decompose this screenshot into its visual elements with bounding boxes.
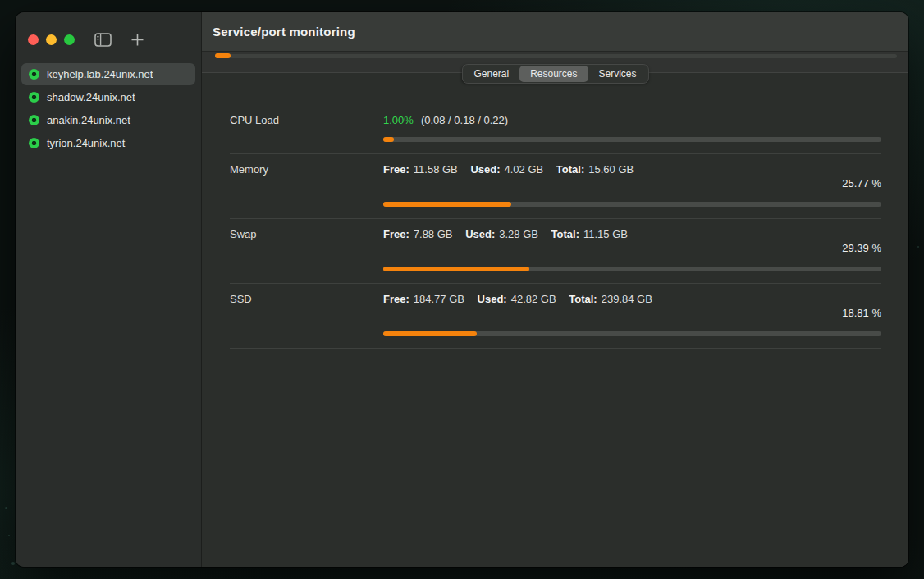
used-key: Used: [465,228,495,240]
ssd-percent: 18.81 % [383,307,881,320]
free-key: Free: [383,293,409,305]
total-key: Total: [551,228,579,240]
progress-fill [383,202,511,207]
minimize-button[interactable] [46,34,57,45]
free-value: 184.77 GB [414,293,464,305]
sidebar-item-anakin[interactable]: anakin.24unix.net [21,109,195,131]
main-panel: Service/port monitoring General Resource… [202,12,908,567]
resource-row-memory: Memory Free:11.58 GB Used:4.02 GB Total:… [230,154,881,219]
progress-fill [383,267,529,271]
server-status-icon [29,115,39,125]
app-window: keyhelp.lab.24unix.net shadow.24unix.net… [16,12,908,567]
progress-track [383,137,881,142]
cpu-progress-bar [383,137,881,142]
swap-progress-bar [383,267,881,271]
used-value: 4.02 GB [505,163,544,176]
sidebar-item-keyhelp[interactable]: keyhelp.lab.24unix.net [21,63,195,85]
sidebar-item-shadow[interactable]: shadow.24unix.net [21,86,195,108]
server-status-icon [29,92,39,103]
close-button[interactable] [28,34,39,45]
resource-row-cpu: CPU Load 1.00%(0.08 / 0.18 / 0.22) [230,107,881,154]
row-values: 1.00%(0.08 / 0.18 / 0.22) [383,113,881,142]
add-server-icon[interactable] [127,30,147,48]
row-label: CPU Load [230,113,383,142]
traffic-lights [28,34,75,45]
row-label: Memory [230,162,383,207]
cpu-load-averages: (0.08 / 0.18 / 0.22) [421,114,508,126]
row-values: Free:7.88 GB Used:3.28 GB Total:11.15 GB… [383,227,881,271]
desktop-speck [8,535,10,536]
ssd-value-line: Free:184.77 GB Used:42.82 GB Total:239.8… [383,292,881,306]
total-value: 239.84 GB [602,293,652,305]
total-key: Total: [569,293,597,305]
ssd-progress-bar [383,331,881,336]
server-name: keyhelp.lab.24unix.net [47,68,153,80]
progress-fill [383,137,394,142]
sidebar-toggle-icon[interactable] [93,30,112,48]
server-name: shadow.24unix.net [47,91,135,103]
free-value: 11.58 GB [414,163,458,176]
resource-row-swap: Swap Free:7.88 GB Used:3.28 GB Total:11.… [230,219,881,284]
tab-view: General Resources Services CPU Load 1.00… [202,72,908,567]
cpu-percent: 1.00% [383,114,414,126]
server-name: tyrion.24unix.net [47,137,125,149]
total-key: Total: [556,163,584,176]
scrolled-progress-bar [215,53,897,59]
used-value: 42.82 GB [511,293,556,305]
cpu-value-line: 1.00%(0.08 / 0.18 / 0.22) [383,113,881,127]
free-key: Free: [383,163,409,176]
used-value: 3.28 GB [499,228,538,240]
desktop-speck [5,507,7,509]
progress-fill [383,331,477,336]
swap-value-line: Free:7.88 GB Used:3.28 GB Total:11.15 GB [383,227,881,241]
free-value: 7.88 GB [414,228,453,240]
resource-rows: CPU Load 1.00%(0.08 / 0.18 / 0.22) [230,74,881,349]
desktop-speck [917,246,919,248]
total-value: 15.60 GB [588,163,634,176]
zoom-button[interactable] [64,34,75,45]
memory-progress-bar [383,202,881,207]
free-key: Free: [383,228,409,240]
row-label: Swap [230,227,383,271]
used-key: Used: [470,163,500,176]
used-key: Used: [478,293,507,305]
server-name: anakin.24unix.net [47,114,130,126]
progress-fill [215,53,231,58]
resource-row-ssd: SSD Free:184.77 GB Used:42.82 GB Total:2… [230,284,881,349]
page-title: Service/port monitoring [213,25,355,39]
server-status-icon [29,138,39,148]
content-area: General Resources Services CPU Load 1.00… [202,52,908,567]
sidebar-toolbar-icons [93,30,147,48]
server-list: keyhelp.lab.24unix.net shadow.24unix.net… [16,63,201,154]
sidebar-toolbar [16,12,201,51]
window-titlebar: Service/port monitoring [202,12,908,52]
sidebar: keyhelp.lab.24unix.net shadow.24unix.net… [16,12,202,567]
server-status-icon [29,69,39,80]
progress-track [215,54,897,58]
desktop-speck [11,562,15,565]
row-label: SSD [230,292,383,336]
row-values: Free:11.58 GB Used:4.02 GB Total:15.60 G… [383,162,881,207]
row-values: Free:184.77 GB Used:42.82 GB Total:239.8… [383,292,881,336]
total-value: 11.15 GB [583,228,628,240]
memory-value-line: Free:11.58 GB Used:4.02 GB Total:15.60 G… [383,162,881,176]
sidebar-item-tyrion[interactable]: tyrion.24unix.net [21,132,195,154]
memory-percent: 25.77 % [383,177,881,190]
swap-percent: 29.39 % [383,242,881,255]
